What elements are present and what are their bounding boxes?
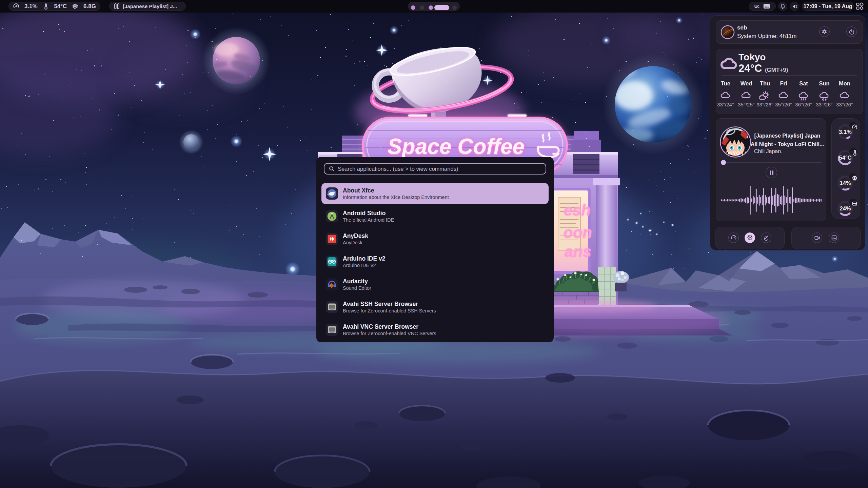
svg-text:54°C: 54°C xyxy=(839,155,852,161)
svg-text:ans: ans xyxy=(565,243,591,260)
svg-text:oon: oon xyxy=(564,224,592,241)
svg-text:14%: 14% xyxy=(840,180,851,186)
svg-text:24%: 24% xyxy=(840,205,851,211)
svg-text:Space Coffee: Space Coffee xyxy=(388,134,525,159)
svg-text:TOKYO LO: TOKYO LO xyxy=(723,150,749,156)
svg-text:3.1%: 3.1% xyxy=(839,129,852,135)
svg-text:esh: esh xyxy=(564,201,591,219)
